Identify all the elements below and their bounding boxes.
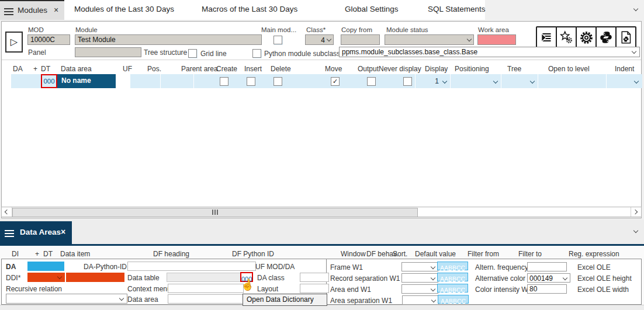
row-cell-data-area[interactable]: No name xyxy=(57,74,116,88)
tab-global-settings[interactable]: Global Settings xyxy=(345,5,399,13)
hamburger-icon[interactable] xyxy=(5,228,14,239)
ddi-select[interactable] xyxy=(27,273,65,282)
da-python-id-input[interactable] xyxy=(127,262,256,271)
frame-w1-select[interactable] xyxy=(401,262,438,271)
python-file-button[interactable] xyxy=(615,26,636,48)
area-end-w1-color-field[interactable]: AABBCC xyxy=(437,284,468,292)
tab-modules-last-30-days[interactable]: Modules of the Last 30 Days xyxy=(74,5,174,13)
scroll-left-button[interactable] xyxy=(2,207,12,217)
color-intensity-input[interactable]: 80 xyxy=(527,284,567,294)
copy-from-input[interactable] xyxy=(341,34,380,45)
col-reg-expression[interactable]: Reg. expression xyxy=(569,250,619,258)
close-icon[interactable]: × xyxy=(61,227,65,236)
open-to-level-cell[interactable] xyxy=(538,74,607,88)
col-dt[interactable]: DT xyxy=(43,250,53,258)
col-output[interactable]: Output xyxy=(358,65,379,73)
tree-select[interactable] xyxy=(501,74,538,88)
area-separation-w1-select[interactable] xyxy=(402,295,439,305)
col-pos[interactable]: Pos. xyxy=(147,65,161,73)
area-separation-w1-color-field[interactable]: AABBCC xyxy=(438,295,469,304)
chevron-down-icon xyxy=(442,79,447,83)
output-checkbox[interactable] xyxy=(367,77,376,86)
row-cell-pos[interactable] xyxy=(160,74,193,88)
col-sort[interactable]: Sort. xyxy=(393,250,407,258)
col-delete[interactable]: Delete xyxy=(271,65,291,73)
da-field[interactable] xyxy=(27,262,64,271)
close-icon[interactable]: × xyxy=(54,5,58,15)
col-open-to-level[interactable]: Open to level xyxy=(548,65,590,73)
col-tree[interactable]: Tree xyxy=(507,65,521,73)
col-filter-to[interactable]: Filter to xyxy=(518,250,542,258)
data-table-input[interactable] xyxy=(167,273,242,282)
col-uf[interactable]: UF xyxy=(123,65,132,73)
run-sequence-button[interactable] xyxy=(536,26,557,48)
star-gear-button[interactable] xyxy=(556,26,577,48)
color-value: AABBCC xyxy=(441,298,466,305)
col-df-heading[interactable]: DF heading xyxy=(153,250,189,258)
col-plus[interactable]: + xyxy=(35,250,39,258)
positioning-select[interactable] xyxy=(450,74,501,88)
layout-input[interactable] xyxy=(300,284,329,293)
area-end-w1-select[interactable] xyxy=(401,284,438,294)
row-cell-uf[interactable] xyxy=(130,74,160,88)
never-display-checkbox[interactable] xyxy=(403,77,412,86)
col-df-python-id[interactable]: DF Python ID xyxy=(232,250,274,258)
tab-macros-last-30-days[interactable]: Macros of the Last 30 Days xyxy=(202,5,297,13)
settings-button[interactable] xyxy=(576,26,597,48)
panel-input[interactable] xyxy=(75,47,141,57)
altern-frequency-input[interactable] xyxy=(527,262,567,271)
scroll-thumb[interactable] xyxy=(12,208,418,217)
insert-checkbox[interactable] xyxy=(247,77,255,86)
tab-sql-statements[interactable]: SQL Statements xyxy=(428,5,486,13)
col-display[interactable]: Display xyxy=(425,65,448,73)
col-di[interactable]: DI xyxy=(12,250,19,258)
col-create[interactable]: Create xyxy=(216,65,237,73)
col-insert[interactable]: Insert xyxy=(244,65,262,73)
data-area-input[interactable] xyxy=(168,294,244,304)
row-cell-da[interactable] xyxy=(11,74,41,88)
h-scrollbar[interactable] xyxy=(1,207,642,217)
work-area-field[interactable] xyxy=(477,34,516,45)
frame-w1-color-field[interactable]: AABBCC xyxy=(437,262,468,270)
context-menu-input[interactable] xyxy=(168,284,244,293)
tab-data-areas[interactable]: Data Areas × xyxy=(0,221,72,244)
scroll-right-button[interactable] xyxy=(631,207,641,217)
main-mod-checkbox[interactable] xyxy=(273,36,282,44)
row-cell-dt-selected[interactable]: 000 xyxy=(41,74,57,88)
module-input[interactable]: Test Module xyxy=(75,34,262,45)
alternative-color-select[interactable]: 000149 xyxy=(527,273,570,283)
module-status-select[interactable] xyxy=(385,34,474,45)
move-checkbox[interactable]: ✓ xyxy=(331,77,340,86)
col-parent-area[interactable]: Parent area xyxy=(181,65,218,73)
create-checkbox[interactable] xyxy=(220,77,228,86)
col-filter-from[interactable]: Filter from xyxy=(468,250,499,258)
recursive-relation-select[interactable] xyxy=(6,294,127,304)
run-module-button[interactable]: ▷ xyxy=(5,32,23,53)
da-class-input[interactable] xyxy=(300,273,329,282)
hamburger-icon[interactable] xyxy=(4,6,13,17)
indent-select[interactable] xyxy=(606,74,642,88)
delete-checkbox[interactable] xyxy=(273,77,282,86)
ddi-field[interactable] xyxy=(66,273,124,282)
class-select[interactable]: 4 xyxy=(305,34,334,45)
col-da[interactable]: DA xyxy=(13,65,23,73)
col-plus[interactable]: + xyxy=(33,65,37,73)
grid-line-checkbox[interactable] xyxy=(188,49,197,58)
col-default-value[interactable]: Default value xyxy=(415,250,456,258)
col-data-item[interactable]: Data item xyxy=(60,250,90,258)
col-data-area[interactable]: Data area xyxy=(61,65,92,73)
tab-modules[interactable]: Modules × xyxy=(0,0,64,20)
python-subclass-select[interactable]: ppms.module_subclasses.base_class.Base xyxy=(339,47,640,57)
col-dt[interactable]: DT xyxy=(41,65,50,73)
python-button[interactable] xyxy=(595,26,617,48)
display-select[interactable]: 1 xyxy=(415,74,451,88)
col-move[interactable]: Move xyxy=(325,65,342,73)
col-indent[interactable]: Indent xyxy=(615,65,634,73)
col-never-display[interactable]: Never display xyxy=(379,65,421,73)
mod-input[interactable]: 10000C xyxy=(27,34,70,45)
record-separation-w1-color-field[interactable]: AABBCC xyxy=(437,273,468,281)
col-window[interactable]: Window xyxy=(341,250,366,258)
col-positioning[interactable]: Positioning xyxy=(455,65,489,73)
python-subclass-checkbox[interactable] xyxy=(252,49,261,58)
record-separation-w1-select[interactable] xyxy=(401,273,438,283)
